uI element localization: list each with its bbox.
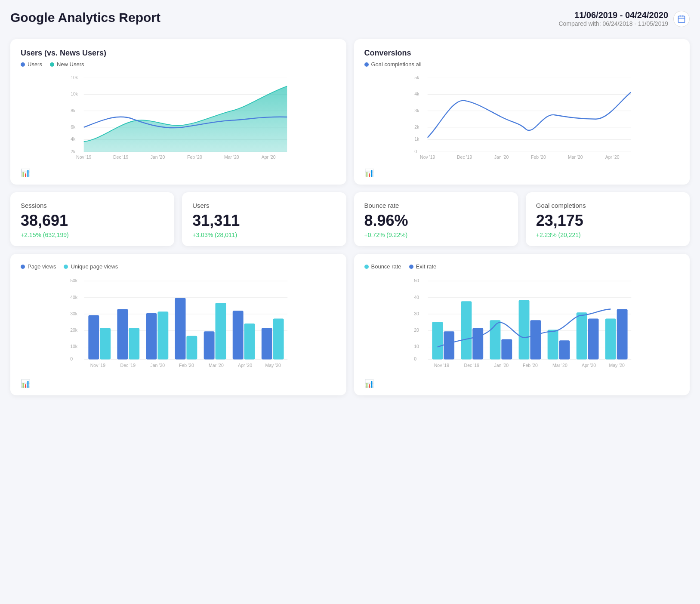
conversions-chart-bar-icon: 📊	[364, 168, 680, 178]
bar-jan-pageviews	[146, 313, 157, 359]
bar-mar-unique	[216, 303, 226, 359]
bounce-legend-dot	[364, 265, 369, 269]
bar-may-exit	[617, 309, 627, 359]
svg-text:4k: 4k	[414, 91, 419, 96]
bar-feb-bounce	[518, 300, 529, 359]
page-title: Google Analytics Report	[10, 10, 160, 25]
users-chart-legend: Users New Users	[21, 61, 336, 68]
pageviews-legend-label: Page views	[28, 263, 56, 270]
legend-bounce: Bounce rate	[364, 263, 401, 270]
stat-users-label: Users	[192, 202, 336, 209]
svg-text:10: 10	[414, 344, 419, 349]
conversions-chart-area: 5k 4k 3k 2k 1k 0 Nov '19 Dec '19 Jan '20	[364, 72, 680, 164]
users-chart-title: Users (vs. News Users)	[21, 49, 336, 58]
bar-jan-exit	[501, 339, 512, 359]
svg-text:Mar '20: Mar '20	[567, 154, 583, 160]
stat-bounce: Bounce rate 8.96% +0.72% (9.22%)	[354, 192, 518, 246]
bar-mar-exit	[559, 340, 570, 359]
svg-text:2k: 2k	[414, 124, 419, 129]
bar-nov-exit	[444, 331, 454, 359]
svg-text:3k: 3k	[414, 108, 419, 113]
svg-text:Jan '20: Jan '20	[494, 154, 509, 160]
legend-new-users: New Users	[50, 61, 84, 68]
bar-feb-exit	[530, 320, 541, 359]
stat-bounce-label: Bounce rate	[364, 202, 508, 209]
svg-text:0: 0	[414, 356, 416, 361]
svg-rect-0	[678, 16, 685, 22]
users-chart-area: 10k 10k 8k 6k 4k 2k	[21, 72, 336, 164]
svg-text:10k: 10k	[71, 91, 78, 96]
page-header: Google Analytics Report 11/06/2019 - 04/…	[10, 10, 690, 27]
bar-may-bounce	[605, 319, 616, 360]
users-legend-dot	[21, 62, 25, 67]
bar-dec-unique	[129, 328, 139, 360]
svg-text:10k: 10k	[71, 75, 78, 80]
svg-text:May '20: May '20	[609, 363, 625, 368]
stat-sessions: Sessions 38,691 +2.15% (632,199)	[10, 192, 174, 246]
users-chart-card: Users (vs. News Users) Users New Users 1…	[10, 39, 346, 185]
svg-text:0: 0	[70, 356, 73, 361]
conversions-chart-legend: Goal completions all	[364, 61, 680, 68]
svg-text:Jan '20: Jan '20	[494, 363, 509, 368]
stat-users-change: +3.03% (28,011)	[192, 231, 336, 238]
stat-users-value: 31,311	[192, 212, 336, 230]
legend-unique-pageviews: Unique page views	[64, 263, 118, 270]
bounce-exit-legend: Bounce rate Exit rate	[364, 263, 680, 270]
svg-text:Apr '20: Apr '20	[605, 154, 619, 160]
new-users-legend-dot	[50, 62, 54, 67]
top-charts-grid: Users (vs. News Users) Users New Users 1…	[10, 39, 690, 185]
legend-users: Users	[21, 61, 42, 68]
pageviews-legend-dot	[21, 265, 25, 269]
bar-apr-unique	[244, 324, 255, 359]
svg-text:Jan '20: Jan '20	[151, 363, 165, 368]
unique-pageviews-legend-label: Unique page views	[71, 263, 118, 270]
svg-text:1k: 1k	[414, 136, 419, 142]
svg-text:30: 30	[414, 311, 419, 316]
conversions-chart-card: Conversions Goal completions all 5k 4k 3…	[354, 39, 690, 185]
svg-text:6k: 6k	[71, 124, 76, 129]
svg-text:Dec '19: Dec '19	[464, 363, 479, 368]
svg-text:Dec '19: Dec '19	[120, 363, 136, 368]
stat-sessions-label: Sessions	[21, 202, 164, 209]
bounce-exit-chart-bar-icon: 📊	[364, 379, 680, 388]
svg-text:Apr '20: Apr '20	[581, 363, 595, 368]
pageviews-chart-bar-icon: 📊	[21, 379, 336, 388]
bar-apr-pageviews	[233, 311, 244, 359]
bar-apr-bounce	[576, 312, 587, 359]
legend-goal-completions: Goal completions all	[364, 61, 422, 68]
bounce-exit-chart-card: Bounce rate Exit rate 50 40 30 20 10 0	[354, 254, 690, 395]
bar-may-unique	[273, 319, 284, 360]
stat-users: Users 31,311 +3.03% (28,011)	[182, 192, 346, 246]
bar-feb-unique	[186, 336, 197, 360]
stat-bounce-change: +0.72% (9.22%)	[364, 231, 508, 238]
primary-date: 11/06/2019 - 04/24/2020	[558, 10, 668, 20]
svg-text:Nov '19: Nov '19	[420, 154, 435, 160]
svg-text:Mar '20: Mar '20	[209, 363, 224, 368]
bar-dec-bounce	[461, 301, 472, 359]
svg-text:Nov '19: Nov '19	[90, 363, 106, 368]
svg-text:Feb '20: Feb '20	[187, 154, 202, 160]
exit-legend-label: Exit rate	[416, 263, 437, 270]
users-legend-label: Users	[28, 61, 42, 68]
bar-mar-bounce	[547, 330, 558, 359]
stats-grid: Sessions 38,691 +2.15% (632,199) Users 3…	[10, 192, 690, 246]
pageviews-chart-card: Page views Unique page views 50k 40k 30k…	[10, 254, 346, 395]
compare-date: Compared with: 06/24/2018 - 11/05/2019	[558, 20, 668, 27]
bar-feb-pageviews	[175, 298, 186, 360]
svg-text:Feb '20: Feb '20	[179, 363, 194, 368]
svg-text:Dec '19: Dec '19	[113, 154, 128, 160]
legend-pageviews: Page views	[21, 263, 56, 270]
calendar-button[interactable]	[673, 11, 690, 27]
svg-text:Apr '20: Apr '20	[238, 363, 252, 368]
svg-text:30k: 30k	[70, 311, 78, 316]
bar-mar-pageviews	[204, 331, 215, 359]
svg-text:40: 40	[414, 295, 419, 300]
date-range-text: 11/06/2019 - 04/24/2020 Compared with: 0…	[558, 10, 668, 27]
svg-text:Feb '20: Feb '20	[523, 363, 538, 368]
bar-dec-pageviews	[117, 309, 128, 359]
svg-text:40k: 40k	[70, 295, 78, 300]
svg-text:May '20: May '20	[265, 363, 281, 368]
bar-apr-exit	[588, 319, 598, 360]
pageviews-chart-svg: 50k 40k 30k 20k 10k 0	[21, 274, 336, 373]
exit-legend-dot	[409, 265, 413, 269]
